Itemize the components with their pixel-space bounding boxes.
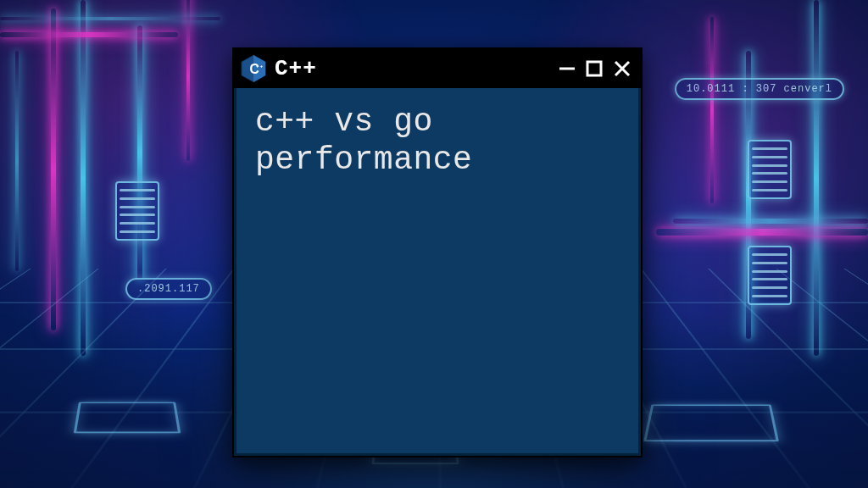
chip-decor (748, 140, 792, 199)
body-text: c++ vs go performance (255, 103, 472, 178)
neon-line (656, 229, 868, 236)
neon-line (0, 17, 220, 20)
neon-line (81, 0, 86, 356)
cpp-logo-icon: C + + (241, 54, 266, 83)
neon-line (710, 17, 714, 203)
chip-decor (115, 181, 159, 241)
neon-line (51, 8, 56, 330)
svg-rect-6 (587, 62, 601, 75)
neon-line (814, 0, 819, 356)
neon-line (15, 51, 19, 271)
app-window: C + + C++ c++ vs go performance (232, 47, 643, 458)
window-body: c++ vs go performance (234, 88, 641, 456)
window-title: C++ (275, 56, 317, 81)
neon-line (186, 0, 190, 161)
close-button[interactable] (612, 58, 632, 79)
neon-line (0, 32, 178, 37)
floor-square (643, 404, 779, 441)
chip-decor (748, 246, 792, 305)
pill-label-left: .2091.117 (125, 278, 212, 300)
window-controls (558, 58, 632, 79)
titlebar[interactable]: C + + C++ (234, 49, 641, 88)
neon-line (673, 219, 868, 224)
floor-square (74, 402, 181, 434)
maximize-button[interactable] (585, 59, 604, 78)
neon-line (137, 25, 142, 280)
minimize-button[interactable] (558, 59, 576, 78)
svg-text:+: + (256, 64, 259, 69)
pill-label-right: 10.0111 : 307 cenverl (675, 78, 844, 100)
svg-text:+: + (260, 64, 264, 69)
